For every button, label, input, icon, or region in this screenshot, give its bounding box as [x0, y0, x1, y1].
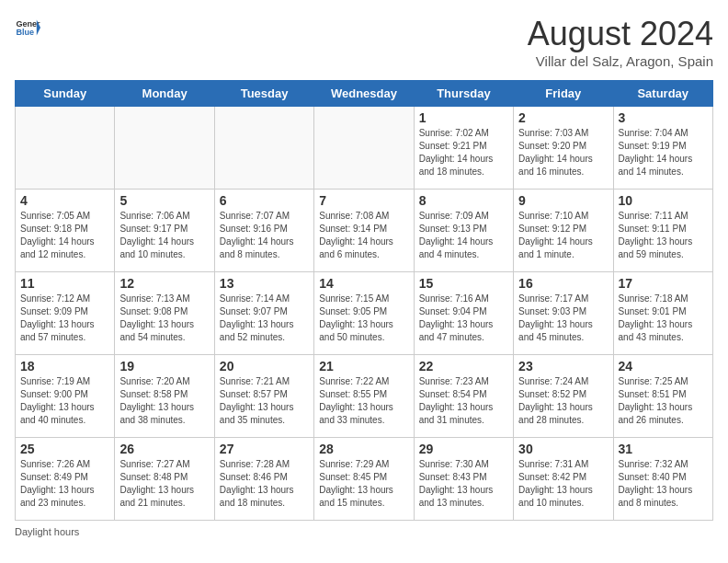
calendar-cell: 19Sunrise: 7:20 AM Sunset: 8:58 PM Dayli… [115, 355, 214, 438]
day-number: 15 [419, 276, 508, 291]
calendar-cell: 21Sunrise: 7:22 AM Sunset: 8:55 PM Dayli… [314, 355, 414, 438]
day-info: Sunrise: 7:19 AM Sunset: 9:00 PM Dayligh… [20, 375, 109, 427]
calendar-cell: 11Sunrise: 7:12 AM Sunset: 9:09 PM Dayli… [16, 272, 115, 355]
calendar-cell: 10Sunrise: 7:11 AM Sunset: 9:11 PM Dayli… [613, 190, 712, 272]
logo-icon: General Blue [15, 15, 40, 40]
day-number: 18 [20, 359, 109, 373]
day-number: 9 [518, 193, 608, 208]
column-header-thursday: Thursday [414, 81, 513, 107]
logo: General Blue [15, 15, 40, 40]
day-info: Sunrise: 7:05 AM Sunset: 9:18 PM Dayligh… [20, 210, 109, 261]
calendar-cell: 28Sunrise: 7:29 AM Sunset: 8:45 PM Dayli… [314, 438, 414, 521]
day-info: Sunrise: 7:30 AM Sunset: 8:43 PM Dayligh… [419, 458, 508, 510]
calendar-cell [16, 107, 115, 190]
day-info: Sunrise: 7:23 AM Sunset: 8:54 PM Dayligh… [419, 375, 508, 427]
day-number: 21 [319, 359, 408, 373]
day-number: 13 [220, 276, 309, 291]
day-number: 1 [419, 110, 508, 125]
calendar-header-row: SundayMondayTuesdayWednesdayThursdayFrid… [16, 81, 713, 107]
week-row-4: 18Sunrise: 7:19 AM Sunset: 9:00 PM Dayli… [16, 355, 713, 438]
day-info: Sunrise: 7:28 AM Sunset: 8:46 PM Dayligh… [220, 458, 309, 510]
day-info: Sunrise: 7:04 AM Sunset: 9:19 PM Dayligh… [619, 127, 708, 178]
calendar-cell [314, 107, 414, 190]
day-info: Sunrise: 7:27 AM Sunset: 8:48 PM Dayligh… [119, 458, 209, 510]
svg-text:Blue: Blue [16, 28, 34, 37]
day-info: Sunrise: 7:32 AM Sunset: 8:40 PM Dayligh… [619, 458, 708, 510]
day-info: Sunrise: 7:06 AM Sunset: 9:17 PM Dayligh… [119, 210, 209, 261]
calendar-cell: 1Sunrise: 7:02 AM Sunset: 9:21 PM Daylig… [414, 107, 513, 190]
day-info: Sunrise: 7:18 AM Sunset: 9:01 PM Dayligh… [619, 293, 708, 344]
day-number: 30 [518, 442, 608, 456]
calendar-cell: 24Sunrise: 7:25 AM Sunset: 8:51 PM Dayli… [613, 355, 712, 438]
day-number: 20 [220, 359, 309, 373]
footer: Daylight hours [15, 526, 713, 537]
main-title: August 2024 [528, 15, 713, 53]
calendar-cell: 31Sunrise: 7:32 AM Sunset: 8:40 PM Dayli… [613, 438, 712, 521]
day-info: Sunrise: 7:08 AM Sunset: 9:14 PM Dayligh… [319, 210, 408, 261]
day-info: Sunrise: 7:17 AM Sunset: 9:03 PM Dayligh… [518, 293, 608, 344]
calendar-cell: 22Sunrise: 7:23 AM Sunset: 8:54 PM Dayli… [414, 355, 513, 438]
week-row-5: 25Sunrise: 7:26 AM Sunset: 8:49 PM Dayli… [16, 438, 713, 521]
calendar-cell: 7Sunrise: 7:08 AM Sunset: 9:14 PM Daylig… [314, 190, 414, 272]
day-number: 19 [119, 359, 209, 373]
day-info: Sunrise: 7:13 AM Sunset: 9:08 PM Dayligh… [119, 293, 209, 344]
calendar-cell: 9Sunrise: 7:10 AM Sunset: 9:12 PM Daylig… [514, 190, 613, 272]
calendar-cell: 26Sunrise: 7:27 AM Sunset: 8:48 PM Dayli… [115, 438, 214, 521]
calendar-cell: 27Sunrise: 7:28 AM Sunset: 8:46 PM Dayli… [214, 438, 313, 521]
day-info: Sunrise: 7:07 AM Sunset: 9:16 PM Dayligh… [220, 210, 309, 261]
day-number: 2 [518, 110, 608, 125]
day-number: 16 [518, 276, 608, 291]
day-info: Sunrise: 7:16 AM Sunset: 9:04 PM Dayligh… [419, 293, 508, 344]
subtitle: Villar del Salz, Aragon, Spain [528, 53, 713, 69]
day-number: 23 [518, 359, 608, 373]
calendar-cell: 6Sunrise: 7:07 AM Sunset: 9:16 PM Daylig… [214, 190, 313, 272]
calendar-cell: 30Sunrise: 7:31 AM Sunset: 8:42 PM Dayli… [514, 438, 613, 521]
day-number: 12 [119, 276, 209, 291]
column-header-sunday: Sunday [16, 81, 115, 107]
calendar-cell: 5Sunrise: 7:06 AM Sunset: 9:17 PM Daylig… [115, 190, 214, 272]
column-header-tuesday: Tuesday [214, 81, 313, 107]
calendar-cell: 20Sunrise: 7:21 AM Sunset: 8:57 PM Dayli… [214, 355, 313, 438]
week-row-3: 11Sunrise: 7:12 AM Sunset: 9:09 PM Dayli… [16, 272, 713, 355]
calendar-table: SundayMondayTuesdayWednesdayThursdayFrid… [15, 80, 713, 521]
day-number: 14 [319, 276, 408, 291]
calendar-cell: 23Sunrise: 7:24 AM Sunset: 8:52 PM Dayli… [514, 355, 613, 438]
day-number: 31 [619, 442, 708, 456]
day-number: 25 [20, 442, 109, 456]
day-info: Sunrise: 7:02 AM Sunset: 9:21 PM Dayligh… [419, 127, 508, 178]
day-info: Sunrise: 7:15 AM Sunset: 9:05 PM Dayligh… [319, 293, 408, 344]
day-info: Sunrise: 7:21 AM Sunset: 8:57 PM Dayligh… [220, 375, 309, 427]
day-info: Sunrise: 7:20 AM Sunset: 8:58 PM Dayligh… [119, 375, 209, 427]
calendar-cell: 25Sunrise: 7:26 AM Sunset: 8:49 PM Dayli… [16, 438, 115, 521]
day-number: 28 [319, 442, 408, 456]
day-number: 8 [419, 193, 508, 208]
calendar-cell [115, 107, 214, 190]
page-header: General Blue August 2024 Villar del Salz… [15, 15, 713, 69]
week-row-2: 4Sunrise: 7:05 AM Sunset: 9:18 PM Daylig… [16, 190, 713, 272]
day-info: Sunrise: 7:10 AM Sunset: 9:12 PM Dayligh… [518, 210, 608, 261]
day-info: Sunrise: 7:31 AM Sunset: 8:42 PM Dayligh… [518, 458, 608, 510]
calendar-cell: 29Sunrise: 7:30 AM Sunset: 8:43 PM Dayli… [414, 438, 513, 521]
calendar-cell: 16Sunrise: 7:17 AM Sunset: 9:03 PM Dayli… [514, 272, 613, 355]
day-number: 24 [619, 359, 708, 373]
daylight-label: Daylight hours [15, 526, 79, 537]
day-number: 3 [619, 110, 708, 125]
day-number: 4 [20, 193, 109, 208]
day-info: Sunrise: 7:24 AM Sunset: 8:52 PM Dayligh… [518, 375, 608, 427]
day-number: 5 [119, 193, 209, 208]
calendar-cell: 8Sunrise: 7:09 AM Sunset: 9:13 PM Daylig… [414, 190, 513, 272]
calendar-cell: 3Sunrise: 7:04 AM Sunset: 9:19 PM Daylig… [613, 107, 712, 190]
column-header-monday: Monday [115, 81, 214, 107]
calendar-cell: 12Sunrise: 7:13 AM Sunset: 9:08 PM Dayli… [115, 272, 214, 355]
day-number: 10 [619, 193, 708, 208]
day-number: 26 [119, 442, 209, 456]
calendar-cell: 15Sunrise: 7:16 AM Sunset: 9:04 PM Dayli… [414, 272, 513, 355]
calendar-cell: 18Sunrise: 7:19 AM Sunset: 9:00 PM Dayli… [16, 355, 115, 438]
day-info: Sunrise: 7:12 AM Sunset: 9:09 PM Dayligh… [20, 293, 109, 344]
day-info: Sunrise: 7:11 AM Sunset: 9:11 PM Dayligh… [619, 210, 708, 261]
day-number: 29 [419, 442, 508, 456]
week-row-1: 1Sunrise: 7:02 AM Sunset: 9:21 PM Daylig… [16, 107, 713, 190]
day-info: Sunrise: 7:22 AM Sunset: 8:55 PM Dayligh… [319, 375, 408, 427]
calendar-cell: 4Sunrise: 7:05 AM Sunset: 9:18 PM Daylig… [16, 190, 115, 272]
day-info: Sunrise: 7:14 AM Sunset: 9:07 PM Dayligh… [220, 293, 309, 344]
